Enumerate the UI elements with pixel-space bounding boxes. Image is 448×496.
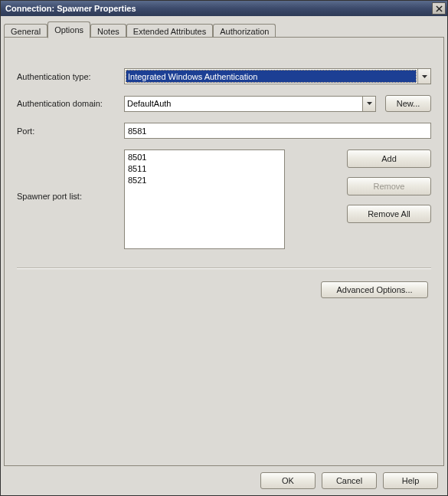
close-button[interactable] — [432, 2, 446, 15]
auth-domain-combo[interactable]: DefaultAuth — [124, 96, 376, 112]
port-list-button-column: Add Remove Remove All — [347, 149, 431, 223]
add-button[interactable]: Add — [347, 149, 431, 168]
spawner-port-listbox[interactable]: 8501 8511 8521 — [124, 149, 285, 249]
auth-type-combo[interactable]: Integrated Windows Authentication — [124, 68, 431, 84]
label-auth-type: Authentication type: — [17, 72, 124, 81]
auth-type-dropdown-arrow[interactable] — [417, 69, 430, 84]
svg-marker-3 — [367, 102, 372, 105]
dialog-window: Connection: Spawner Properties General O… — [0, 0, 448, 496]
port-input[interactable] — [124, 123, 431, 139]
tab-options[interactable]: Options — [47, 21, 90, 38]
auth-type-value: Integrated Windows Authentication — [126, 70, 417, 83]
tab-panel-options: Authentication type: Integrated Windows … — [4, 37, 444, 466]
chevron-down-icon — [367, 102, 372, 105]
list-item[interactable]: 8511 — [128, 163, 281, 175]
dialog-body: General Options Notes Extended Attribute… — [1, 16, 447, 495]
row-port: Port: — [17, 123, 431, 139]
auth-domain-dropdown-arrow[interactable] — [362, 97, 375, 111]
row-auth-type: Authentication type: Integrated Windows … — [17, 68, 431, 84]
list-item[interactable]: 8501 — [128, 152, 281, 163]
auth-domain-value: DefaultAuth — [125, 97, 362, 111]
help-button[interactable]: Help — [383, 472, 438, 489]
new-button[interactable]: New... — [385, 95, 431, 112]
chevron-down-icon — [422, 75, 427, 78]
row-spawner-port-list: Spawner port list: 8501 8511 8521 Add Re… — [17, 149, 431, 249]
label-auth-domain: Authentication domain: — [17, 99, 124, 108]
close-icon — [436, 5, 443, 12]
tab-strip: General Options Notes Extended Attribute… — [4, 21, 444, 38]
label-port: Port: — [17, 126, 124, 136]
dialog-button-bar: OK Cancel Help — [4, 466, 444, 495]
row-advanced: Advanced Options... — [17, 281, 431, 298]
remove-all-button[interactable]: Remove All — [347, 205, 431, 223]
list-item[interactable]: 8521 — [128, 175, 281, 186]
ok-button[interactable]: OK — [260, 472, 316, 489]
svg-marker-2 — [422, 75, 427, 78]
divider — [17, 268, 431, 269]
window-title: Connection: Spawner Properties — [5, 4, 432, 13]
row-auth-domain: Authentication domain: DefaultAuth New..… — [17, 95, 431, 112]
advanced-options-button[interactable]: Advanced Options... — [321, 281, 428, 298]
label-spawner-port-list: Spawner port list: — [17, 149, 124, 201]
cancel-button[interactable]: Cancel — [322, 472, 377, 489]
remove-button[interactable]: Remove — [347, 177, 431, 195]
titlebar: Connection: Spawner Properties — [1, 1, 447, 16]
